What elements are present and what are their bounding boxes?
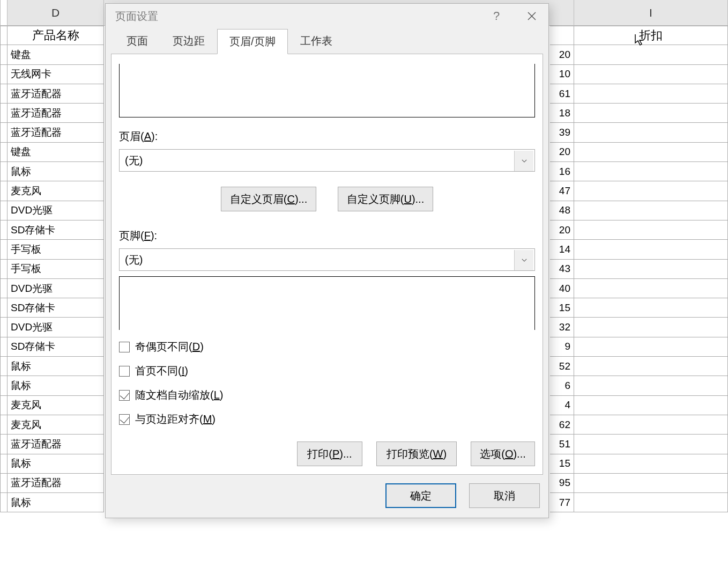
- cell-value[interactable]: 20: [550, 143, 574, 162]
- cell-product-name[interactable]: 无线网卡: [8, 65, 104, 84]
- cell-value[interactable]: 32: [550, 318, 574, 337]
- cell-discount[interactable]: [574, 45, 728, 64]
- cell-value[interactable]: 51: [550, 435, 574, 454]
- cell-discount[interactable]: [574, 181, 728, 201]
- checkbox-odd-even[interactable]: [119, 342, 130, 352]
- cell-discount[interactable]: [574, 104, 728, 123]
- cell-discount[interactable]: [574, 357, 728, 376]
- cell-value[interactable]: 52: [550, 357, 574, 376]
- custom-footer-button[interactable]: 自定义页脚(U)...: [338, 187, 433, 211]
- cell-product-name[interactable]: 蓝牙适配器: [8, 123, 104, 142]
- cell-value[interactable]: 4: [550, 396, 574, 415]
- cell-value[interactable]: 6: [550, 376, 574, 395]
- cell-discount[interactable]: [574, 435, 728, 454]
- cell-value[interactable]: 14: [550, 240, 574, 259]
- col-header-i[interactable]: I: [574, 0, 728, 25]
- cell-discount[interactable]: [574, 415, 728, 435]
- checkbox-scale[interactable]: [119, 390, 130, 401]
- cell-value[interactable]: 95: [550, 474, 574, 493]
- footer-combo[interactable]: (无): [119, 248, 535, 271]
- cell-value[interactable]: 16: [550, 162, 574, 181]
- cell-discount[interactable]: [574, 474, 728, 493]
- print-preview-button[interactable]: 打印预览(W): [376, 441, 457, 466]
- checkbox-first-page[interactable]: [119, 366, 130, 377]
- cell-value[interactable]: 62: [550, 415, 574, 435]
- cell-product-name[interactable]: 鼠标: [8, 357, 104, 376]
- cell-product-name[interactable]: 鼠标: [8, 493, 104, 512]
- cell-value[interactable]: 40: [550, 279, 574, 298]
- cell-value[interactable]: 43: [550, 260, 574, 279]
- header-combo[interactable]: (无): [119, 149, 535, 172]
- header-product-name[interactable]: 产品名称: [8, 26, 104, 45]
- check-align[interactable]: 与页边距对齐(M): [119, 412, 535, 426]
- cell-value[interactable]: 15: [550, 454, 574, 474]
- cell-discount[interactable]: [574, 84, 728, 104]
- print-button[interactable]: 打印(P)...: [297, 441, 362, 466]
- cell-value[interactable]: 18: [550, 104, 574, 123]
- tab-header-footer[interactable]: 页眉/页脚: [217, 29, 288, 54]
- cell-discount[interactable]: [574, 454, 728, 474]
- dialog-titlebar[interactable]: 页面设置 ?: [106, 4, 548, 28]
- check-first-page[interactable]: 首页不同(I): [119, 364, 535, 378]
- cell-product-name[interactable]: SD存储卡: [8, 298, 104, 318]
- ok-button[interactable]: 确定: [385, 483, 456, 508]
- tab-page[interactable]: 页面: [114, 28, 160, 54]
- chevron-down-icon[interactable]: [514, 151, 533, 171]
- cell-product-name[interactable]: 麦克风: [8, 415, 104, 435]
- cell-value[interactable]: 77: [550, 493, 574, 512]
- cell-product-name[interactable]: 麦克风: [8, 396, 104, 415]
- cell-value[interactable]: 61: [550, 84, 574, 104]
- col-header-h-end[interactable]: [550, 0, 574, 25]
- cell-discount[interactable]: [574, 162, 728, 181]
- cell-value[interactable]: 20: [550, 45, 574, 64]
- check-scale[interactable]: 随文档自动缩放(L): [119, 388, 535, 402]
- help-icon[interactable]: ?: [489, 9, 503, 23]
- cell-product-name[interactable]: DVD光驱: [8, 201, 104, 220]
- cell-product-name[interactable]: 蓝牙适配器: [8, 474, 104, 493]
- cell-product-name[interactable]: 键盘: [8, 45, 104, 64]
- cell-discount[interactable]: [574, 376, 728, 395]
- tab-sheet[interactable]: 工作表: [288, 28, 345, 54]
- custom-header-button[interactable]: 自定义页眉(C)...: [221, 187, 316, 211]
- checkbox-align[interactable]: [119, 414, 130, 425]
- cell-product-name[interactable]: 键盘: [8, 143, 104, 162]
- cell-discount[interactable]: [574, 260, 728, 279]
- cell-product-name[interactable]: 蓝牙适配器: [8, 84, 104, 104]
- close-icon[interactable]: [525, 9, 539, 23]
- cell-discount[interactable]: [574, 298, 728, 318]
- cell-discount[interactable]: [574, 65, 728, 84]
- cell-value[interactable]: 39: [550, 123, 574, 142]
- cell-value[interactable]: 20: [550, 220, 574, 240]
- cell-product-name[interactable]: 蓝牙适配器: [8, 435, 104, 454]
- chevron-down-icon[interactable]: [514, 250, 533, 270]
- col-header-d[interactable]: D: [8, 0, 104, 25]
- cell-product-name[interactable]: 蓝牙适配器: [8, 104, 104, 123]
- cell-value[interactable]: 9: [550, 337, 574, 357]
- tab-margins[interactable]: 页边距: [160, 28, 217, 54]
- cell-discount[interactable]: [574, 396, 728, 415]
- cell-discount[interactable]: [574, 123, 728, 142]
- cell-product-name[interactable]: 手写板: [8, 240, 104, 259]
- header-discount[interactable]: 折扣: [574, 26, 728, 45]
- cell-product-name[interactable]: 麦克风: [8, 181, 104, 201]
- cell-product-name[interactable]: 鼠标: [8, 454, 104, 474]
- cell-product-name[interactable]: 鼠标: [8, 162, 104, 181]
- cell-discount[interactable]: [574, 201, 728, 220]
- cell-discount[interactable]: [574, 143, 728, 162]
- cell-discount[interactable]: [574, 493, 728, 512]
- cell-value[interactable]: 47: [550, 181, 574, 201]
- cell-discount[interactable]: [574, 240, 728, 259]
- cell-product-name[interactable]: 手写板: [8, 260, 104, 279]
- cell-discount[interactable]: [574, 337, 728, 357]
- cell-product-name[interactable]: 鼠标: [8, 376, 104, 395]
- cell-discount[interactable]: [574, 220, 728, 240]
- cell-discount[interactable]: [574, 279, 728, 298]
- cell-product-name[interactable]: SD存储卡: [8, 220, 104, 240]
- cell-value[interactable]: 15: [550, 298, 574, 318]
- cell-product-name[interactable]: DVD光驱: [8, 279, 104, 298]
- cell-product-name[interactable]: DVD光驱: [8, 318, 104, 337]
- cell-discount[interactable]: [574, 318, 728, 337]
- cell-value[interactable]: 10: [550, 65, 574, 84]
- cancel-button[interactable]: 取消: [469, 483, 540, 508]
- options-button[interactable]: 选项(O)...: [471, 441, 535, 466]
